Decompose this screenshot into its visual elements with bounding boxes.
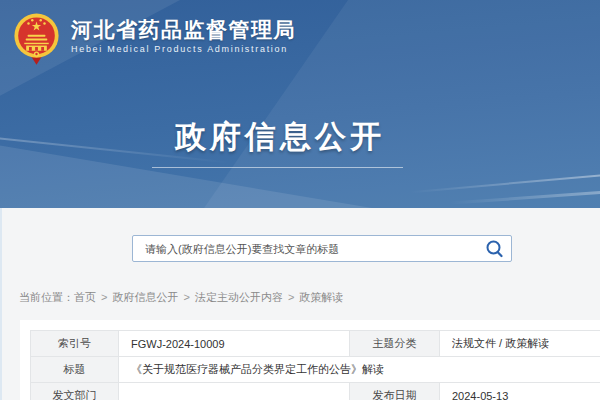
publish-date-value: 2024-05-13 bbox=[440, 383, 600, 400]
publish-date-label: 发布日期 bbox=[350, 383, 440, 400]
table-row: 发文部门 发布日期 2024-05-13 bbox=[31, 383, 600, 400]
site-logo-link[interactable]: 河北省药品监督管理局 Hebei Medical Products Admini… bbox=[13, 11, 296, 67]
breadcrumb-label: 当前位置： bbox=[19, 291, 74, 303]
breadcrumb-item-policy-interpretation[interactable]: 政策解读 bbox=[299, 291, 343, 303]
index-number-label: 索引号 bbox=[31, 331, 119, 357]
page-title: 政府信息公开 bbox=[0, 116, 560, 158]
breadcrumb-separator: > bbox=[288, 291, 294, 303]
title-underline bbox=[152, 167, 403, 168]
org-name-en: Hebei Medical Products Administration bbox=[71, 44, 296, 54]
table-row: 索引号 FGWJ-2024-10009 主题分类 法规文件 / 政策解读 bbox=[31, 331, 600, 357]
search-input[interactable] bbox=[133, 236, 511, 261]
banner-wave-decoration bbox=[450, 190, 600, 204]
issuing-department-value bbox=[119, 383, 350, 400]
header-banner: 河北省药品监督管理局 Hebei Medical Products Admini… bbox=[0, 0, 600, 208]
document-title-value: 《关于规范医疗器械产品分类界定工作的公告》解读 bbox=[119, 357, 600, 383]
site-identity: 河北省药品监督管理局 Hebei Medical Products Admini… bbox=[71, 11, 296, 54]
breadcrumb-separator: > bbox=[183, 291, 189, 303]
breadcrumb-item-home[interactable]: 首页 bbox=[74, 291, 96, 303]
breadcrumb-item-gov-info[interactable]: 政府信息公开 bbox=[112, 291, 178, 303]
search-button[interactable] bbox=[485, 239, 505, 259]
issuing-department-label: 发文部门 bbox=[31, 383, 119, 400]
search-icon bbox=[485, 239, 505, 259]
breadcrumb-separator: > bbox=[101, 291, 107, 303]
document-meta-card: 索引号 FGWJ-2024-10009 主题分类 法规文件 / 政策解读 标题 … bbox=[20, 320, 600, 400]
breadcrumb: 当前位置：首页>政府信息公开>法定主动公开内容>政策解读 bbox=[19, 290, 343, 305]
table-row: 标题 《关于规范医疗器械产品分类界定工作的公告》解读 bbox=[31, 357, 600, 383]
page: 河北省药品监督管理局 Hebei Medical Products Admini… bbox=[0, 0, 600, 400]
topic-category-value: 法规文件 / 政策解读 bbox=[440, 331, 600, 357]
title-label: 标题 bbox=[31, 357, 119, 383]
search-box bbox=[132, 235, 512, 262]
index-number-value: FGWJ-2024-10009 bbox=[119, 331, 350, 357]
china-national-emblem-icon bbox=[13, 11, 60, 67]
document-meta-table: 索引号 FGWJ-2024-10009 主题分类 法规文件 / 政策解读 标题 … bbox=[30, 330, 600, 400]
topic-category-label: 主题分类 bbox=[350, 331, 440, 357]
left-edge-strip bbox=[0, 208, 2, 400]
breadcrumb-item-statutory-disclosure[interactable]: 法定主动公开内容 bbox=[195, 291, 283, 303]
banner-wave-decoration bbox=[410, 173, 600, 193]
org-name-zh: 河北省药品监督管理局 bbox=[71, 18, 296, 41]
